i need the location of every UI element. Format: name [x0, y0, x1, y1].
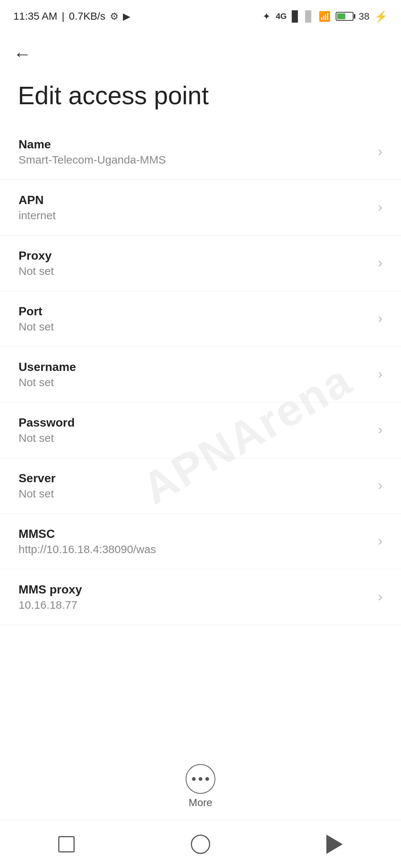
settings-item-mms-proxy[interactable]: MMS proxy 10.16.18.77 ›: [0, 569, 401, 625]
dot2: [199, 777, 202, 781]
settings-item-value: http://10.16.18.4:38090/was: [19, 543, 371, 556]
chevron-right-icon: ›: [378, 255, 382, 271]
settings-item-server[interactable]: Server Not set ›: [0, 458, 401, 514]
nav-home-button[interactable]: [191, 835, 210, 854]
settings-item-value: 10.16.18.77: [19, 599, 371, 611]
page-title: Edit access point: [0, 70, 401, 124]
settings-item-text: Username Not set: [19, 360, 371, 389]
battery-icon: [336, 12, 353, 21]
chevron-right-icon: ›: [378, 478, 382, 493]
status-bar: 11:35 AM | 0.7KB/s ⚙ ▶ ✦ 4G ▊ ▊ 📶 38 ⚡: [0, 0, 401, 30]
more-button[interactable]: More: [186, 764, 215, 809]
settings-item-value: Smart-Telecom-Uganda-MMS: [19, 154, 371, 166]
settings-item-mmsc[interactable]: MMSC http://10.16.18.4:38090/was ›: [0, 514, 401, 569]
settings-item-value: Not set: [19, 265, 371, 277]
chevron-right-icon: ›: [378, 589, 382, 605]
video-icon: ▶: [123, 11, 130, 22]
settings-item-label: Server: [19, 471, 371, 485]
settings-item-password[interactable]: Password Not set ›: [0, 402, 401, 458]
separator: |: [62, 10, 64, 22]
settings-item-label: MMSC: [19, 527, 371, 541]
signal-icon: ▊: [292, 10, 300, 23]
settings-item-username[interactable]: Username Not set ›: [0, 347, 401, 402]
settings-item-text: Name Smart-Telecom-Uganda-MMS: [19, 138, 371, 166]
settings-item-port[interactable]: Port Not set ›: [0, 291, 401, 347]
settings-item-label: APN: [19, 193, 371, 207]
battery-fill: [337, 13, 345, 19]
settings-item-text: Password Not set: [19, 416, 371, 444]
settings-item-text: Port Not set: [19, 305, 371, 333]
settings-item-label: Port: [19, 305, 371, 318]
settings-item-label: Name: [19, 138, 371, 151]
settings-item-label: Password: [19, 416, 371, 430]
header: ←: [0, 30, 401, 70]
chevron-right-icon: ›: [378, 533, 382, 549]
battery-percent: 38: [359, 11, 369, 22]
settings-item-apn[interactable]: APN internet ›: [0, 180, 401, 236]
chevron-right-icon: ›: [378, 311, 382, 326]
nav-back-button[interactable]: [326, 835, 343, 854]
more-dots: [192, 777, 209, 781]
more-circle-icon: [186, 764, 215, 794]
settings-icon: ⚙: [110, 11, 118, 22]
settings-item-text: MMS proxy 10.16.18.77: [19, 583, 371, 611]
network-4g-icon: 4G: [276, 11, 287, 21]
network-speed: 0.7KB/s: [69, 10, 105, 22]
nav-bar: [0, 820, 401, 868]
settings-item-text: Proxy Not set: [19, 249, 371, 277]
settings-list: Name Smart-Telecom-Uganda-MMS › APN inte…: [0, 124, 401, 625]
settings-item-value: Not set: [19, 487, 371, 500]
chevron-right-icon: ›: [378, 200, 382, 215]
status-left: 11:35 AM | 0.7KB/s ⚙ ▶: [13, 10, 130, 22]
back-button[interactable]: ←: [13, 44, 31, 64]
wifi-icon: 📶: [319, 11, 330, 22]
more-label: More: [189, 797, 212, 809]
chevron-right-icon: ›: [378, 144, 382, 160]
settings-item-label: Proxy: [19, 249, 371, 263]
settings-item-name[interactable]: Name Smart-Telecom-Uganda-MMS ›: [0, 124, 401, 180]
settings-item-value: Not set: [19, 320, 371, 333]
dot3: [205, 777, 209, 781]
settings-item-label: MMS proxy: [19, 583, 371, 596]
settings-item-text: Server Not set: [19, 471, 371, 500]
settings-item-value: Not set: [19, 432, 371, 444]
settings-item-proxy[interactable]: Proxy Not set ›: [0, 236, 401, 291]
settings-item-text: APN internet: [19, 193, 371, 222]
chevron-right-icon: ›: [378, 366, 382, 382]
signal2-icon: ▊: [305, 10, 313, 23]
status-right: ✦ 4G ▊ ▊ 📶 38 ⚡: [263, 10, 388, 23]
charging-icon: ⚡: [375, 10, 388, 23]
chevron-right-icon: ›: [378, 422, 382, 438]
settings-item-text: MMSC http://10.16.18.4:38090/was: [19, 527, 371, 556]
nav-recent-button[interactable]: [58, 836, 75, 852]
bluetooth-icon: ✦: [263, 11, 271, 22]
settings-item-label: Username: [19, 360, 371, 374]
settings-item-value: internet: [19, 209, 371, 222]
settings-item-value: Not set: [19, 376, 371, 389]
dot1: [192, 777, 196, 781]
time: 11:35 AM: [13, 10, 57, 22]
